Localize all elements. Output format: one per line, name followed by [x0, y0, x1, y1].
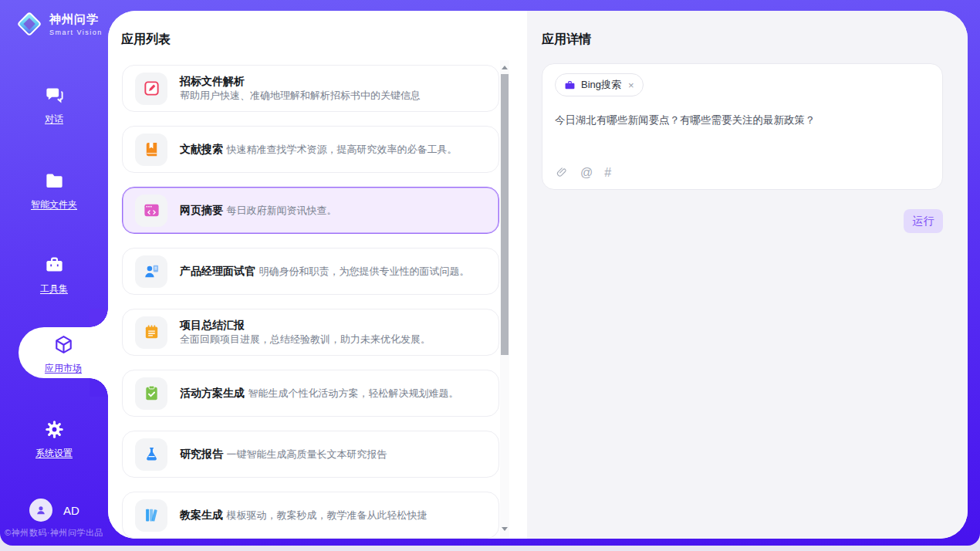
composer-toolbar: @ # — [556, 166, 611, 179]
app-card-list: 招标文件解析 帮助用户快速、准确地理解和解析招标书中的关键信息 文献搜索 快速精… — [122, 65, 499, 539]
sidebar-item-gear[interactable]: 系统设置 — [0, 419, 108, 460]
prompt-text[interactable]: 今日湖北有哪些新闻要点？有哪些需要关注的最新政策？ — [555, 113, 930, 128]
briefcase-icon — [564, 79, 576, 91]
sidebar-item-toolbox[interactable]: 工具集 — [0, 255, 108, 296]
user-account[interactable]: AD — [29, 499, 79, 522]
research-icon — [135, 438, 167, 471]
chat-icon — [44, 85, 65, 106]
content-sheet: 应用列表 招标文件解析 帮助用户快速、准确地理解和解析招标书中的关键信息 文献搜… — [108, 11, 968, 539]
scrollbar-thumb[interactable] — [501, 74, 509, 355]
brand-name: 神州问学 — [49, 12, 103, 27]
scroll-down-button[interactable] — [500, 523, 509, 534]
gear-icon — [44, 419, 65, 440]
user-initials: AD — [63, 504, 79, 517]
app-card[interactable]: 活动方案生成 智能生成个性化活动方案，轻松解决规划难题。 — [122, 370, 499, 417]
sidebar-item-chat[interactable]: 对话 — [0, 85, 108, 126]
app-card[interactable]: 文献搜索 快速精准查找学术资源，提高研究效率的必备工具。 — [122, 126, 499, 173]
cube-icon — [53, 334, 74, 355]
app-window: 神州问学 Smart Vision 对话 智能文件夹 工具集 应用市场 系统设置… — [0, 0, 980, 551]
app-card[interactable]: 项目总结汇报 全面回顾项目进展，总结经验教训，助力未来优化发展。 — [122, 309, 499, 356]
copyright-text: ©神州数码·神州问学出品 — [0, 527, 108, 539]
edit-square-icon — [135, 73, 167, 105]
app-detail-panel: 应用详情 Bing搜索 × 今日湖北有哪些新闻要点？有哪些需要关注的最新政策？ — [527, 11, 968, 539]
clipboard-check-icon — [135, 377, 167, 410]
sidebar-item-folder[interactable]: 智能文件夹 — [0, 171, 108, 211]
toolbox-icon — [44, 255, 65, 276]
prompt-composer[interactable]: Bing搜索 × 今日湖北有哪些新闻要点？有哪些需要关注的最新政策？ @ # — [542, 63, 943, 190]
app-card[interactable]: 网页摘要 每日政府新闻资讯快查。 — [122, 187, 499, 234]
diamond-logo-icon — [15, 10, 43, 38]
paperclip-icon[interactable] — [556, 166, 569, 179]
browser-code-icon — [135, 194, 167, 227]
user-avatar-icon — [29, 499, 52, 522]
brand-tagline: Smart Vision — [49, 29, 103, 36]
app-card[interactable]: 教案生成 模板驱动，教案秒成，教学准备从此轻松快捷 — [122, 492, 499, 539]
scroll-up-button[interactable] — [500, 62, 509, 73]
app-frame: 神州问学 Smart Vision 对话 智能文件夹 工具集 应用市场 系统设置… — [0, 0, 980, 546]
app-list-panel: 应用列表 招标文件解析 帮助用户快速、准确地理解和解析招标书中的关键信息 文献搜… — [108, 11, 527, 539]
folder-icon — [44, 171, 65, 191]
books-icon — [135, 499, 167, 532]
app-detail-title: 应用详情 — [542, 32, 591, 48]
app-card[interactable]: 研究报告 一键智能生成高质量长文本研究报告 — [122, 431, 499, 478]
sidebar: 神州问学 Smart Vision 对话 智能文件夹 工具集 应用市场 系统设置… — [0, 0, 108, 546]
mention-icon[interactable]: @ — [580, 167, 593, 179]
book-icon — [135, 134, 167, 166]
tool-chip-label: Bing搜索 — [581, 78, 621, 92]
app-card[interactable]: 产品经理面试官 明确身份和职责，为您提供专业性的面试问题。 — [122, 248, 499, 295]
sidebar-item-cube[interactable]: 应用市场 — [19, 327, 108, 378]
brand-logo: 神州问学 Smart Vision — [15, 10, 103, 38]
chip-close-icon[interactable]: × — [628, 80, 634, 90]
scrollbar[interactable] — [500, 60, 509, 539]
app-list-title: 应用列表 — [121, 32, 171, 48]
run-button[interactable]: 运行 — [904, 209, 943, 233]
notepad-icon — [135, 316, 167, 349]
interview-icon — [135, 255, 167, 288]
hashtag-icon[interactable]: # — [604, 167, 611, 179]
tool-chip-bing-search[interactable]: Bing搜索 × — [555, 73, 644, 96]
app-card[interactable]: 招标文件解析 帮助用户快速、准确地理解和解析招标书中的关键信息 — [122, 65, 499, 112]
